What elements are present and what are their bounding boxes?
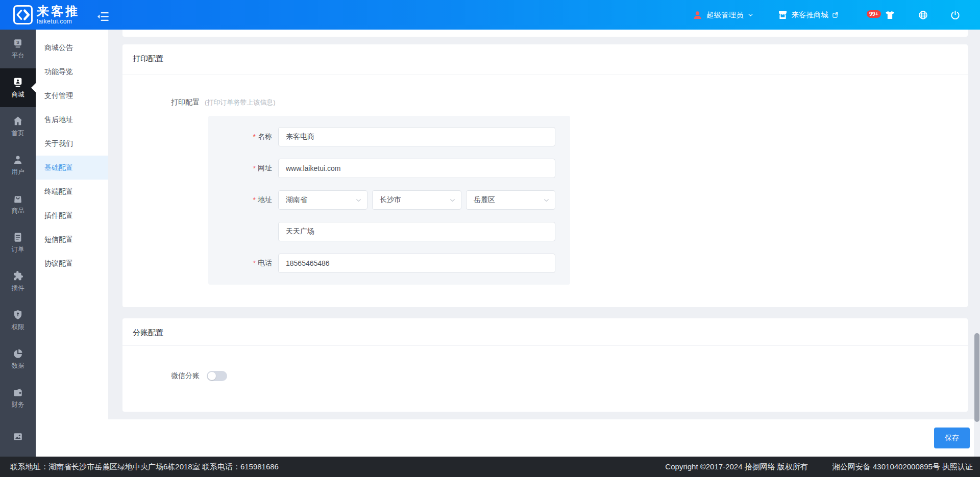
main-content: 打印配置 打印配置 (打印订单将带上该信息) 名称 网址 地址 湖南省 xyxy=(108,30,980,457)
sidebar-item-label: 商品 xyxy=(12,207,24,215)
sidebar-item-label: 平台 xyxy=(12,52,24,60)
form-row-address: 地址 湖南省 长沙市 岳麓区 xyxy=(208,190,570,210)
globe-icon[interactable] xyxy=(918,10,928,20)
user-menu[interactable]: 超级管理员 xyxy=(692,10,754,20)
province-select[interactable]: 湖南省 xyxy=(278,190,368,210)
sidebar-item-home[interactable]: 首页 xyxy=(0,107,36,146)
sidebar-item-platform[interactable]: S平台 xyxy=(0,30,36,68)
district-select[interactable]: 岳麓区 xyxy=(466,190,555,210)
name-input[interactable] xyxy=(278,127,555,146)
sidebar-item-orders[interactable]: 订单 xyxy=(0,223,36,262)
platform-icon: S xyxy=(12,38,23,49)
website-label: 网址 xyxy=(208,164,278,173)
print-group-hint: (打印订单将带上该信息) xyxy=(205,98,276,107)
sidebar-item-label: 订单 xyxy=(12,245,24,254)
print-group-label: 打印配置 xyxy=(171,98,200,107)
sidebar-item-mall[interactable]: 商城 xyxy=(0,68,36,107)
toggle-knob xyxy=(208,372,216,380)
print-card-title: 打印配置 xyxy=(133,54,163,64)
image-icon xyxy=(12,431,23,442)
website-input[interactable] xyxy=(278,159,555,178)
form-row-address-detail xyxy=(208,222,570,241)
order-icon xyxy=(12,232,23,243)
power-icon[interactable] xyxy=(950,10,961,20)
wechat-split-toggle[interactable] xyxy=(207,371,227,381)
avatar-icon xyxy=(692,10,703,20)
notification-badge: 99+ xyxy=(867,10,881,18)
secondary-sidebar: 商城公告功能导览支付管理售后地址关于我们基础配置终端配置插件配置短信配置协议配置 xyxy=(36,30,108,457)
menu-item-1[interactable]: 功能导览 xyxy=(36,60,108,84)
header-actions: 超级管理员 来客推商城 99+ xyxy=(692,0,961,30)
sidebar-item-label: 商城 xyxy=(12,90,24,99)
district-value: 岳麓区 xyxy=(474,195,495,205)
previous-card-edge xyxy=(122,30,968,37)
sidebar-item-label: 数据 xyxy=(12,362,24,370)
sidebar-item-goods[interactable]: 商品 xyxy=(0,185,36,223)
footer-contact: 联系地址：湖南省长沙市岳麓区绿地中央广场6栋2018室 联系电话：6159816… xyxy=(10,462,279,472)
top-header: 来客推 laiketui.com 超级管理员 来客推商城 99+ xyxy=(0,0,980,30)
user-name: 超级管理员 xyxy=(706,10,744,20)
primary-sidebar: S平台商城首页用户商品订单插件权限数据财务 xyxy=(0,30,36,457)
city-value: 长沙市 xyxy=(380,195,401,205)
menu-item-8[interactable]: 短信配置 xyxy=(36,228,108,252)
sidebar-item-data[interactable]: 数据 xyxy=(0,340,36,379)
province-value: 湖南省 xyxy=(286,195,307,205)
data-icon xyxy=(12,348,23,359)
phone-input[interactable] xyxy=(278,254,555,273)
auth-icon xyxy=(12,309,23,320)
home-icon xyxy=(12,115,23,127)
menu-item-0[interactable]: 商城公告 xyxy=(36,36,108,60)
form-row-name: 名称 xyxy=(208,127,570,146)
logo-icon xyxy=(13,5,33,25)
sidebar-item-media[interactable] xyxy=(0,417,36,456)
footer-security: 湘公网安备 43010402000895号 执照认证 xyxy=(832,462,973,472)
print-config-card: 打印配置 打印配置 (打印订单将带上该信息) 名称 网址 地址 湖南省 xyxy=(122,44,968,307)
menu-collapse-icon[interactable] xyxy=(96,10,110,20)
sidebar-item-label: 插件 xyxy=(12,284,24,293)
sidebar-item-plugins[interactable]: 插件 xyxy=(0,262,36,301)
print-form-panel: 名称 网址 地址 湖南省 长沙市 岳麓区 xyxy=(208,116,570,285)
address-detail-input[interactable] xyxy=(278,222,555,241)
form-row-website: 网址 xyxy=(208,159,570,178)
divider xyxy=(122,74,968,74)
divider xyxy=(122,345,968,346)
page-footer: 联系地址：湖南省长沙市岳麓区绿地中央广场6栋2018室 联系电话：6159816… xyxy=(0,457,980,477)
chevron-down-icon xyxy=(747,12,754,18)
sidebar-item-finance[interactable]: 财务 xyxy=(0,379,36,417)
address-label: 地址 xyxy=(208,195,278,205)
mall-icon xyxy=(12,77,23,88)
menu-item-4[interactable]: 关于我们 xyxy=(36,132,108,156)
sidebar-item-label: 财务 xyxy=(12,400,24,409)
menu-item-2[interactable]: 支付管理 xyxy=(36,84,108,108)
chevron-down-icon xyxy=(355,196,362,204)
split-account-card: 分账配置 微信分账 xyxy=(122,318,968,412)
user-icon xyxy=(12,154,23,165)
shop-link[interactable]: 来客推商城 xyxy=(777,10,839,20)
plugin-icon xyxy=(12,270,23,282)
menu-item-7[interactable]: 插件配置 xyxy=(36,204,108,228)
form-row-phone: 电话 xyxy=(208,254,570,273)
menu-item-6[interactable]: 终端配置 xyxy=(36,180,108,204)
menu-item-5[interactable]: 基础配置 xyxy=(36,156,108,180)
name-label: 名称 xyxy=(208,132,278,141)
chevron-down-icon xyxy=(449,196,456,204)
shirt-icon[interactable] xyxy=(885,10,895,20)
sidebar-item-permissions[interactable]: 权限 xyxy=(0,301,36,340)
save-button[interactable]: 保存 xyxy=(934,428,970,448)
sidebar-item-label: 首页 xyxy=(12,129,24,138)
menu-item-9[interactable]: 协议配置 xyxy=(36,252,108,275)
city-select[interactable]: 长沙市 xyxy=(372,190,461,210)
phone-label: 电话 xyxy=(208,259,278,268)
menu-item-3[interactable]: 售后地址 xyxy=(36,108,108,132)
chevron-down-icon xyxy=(543,196,550,204)
external-link-icon xyxy=(832,12,839,18)
store-icon xyxy=(777,10,788,20)
vertical-scrollbar-thumb[interactable] xyxy=(974,333,979,422)
split-card-title: 分账配置 xyxy=(133,328,163,338)
app-logo[interactable]: 来客推 laiketui.com xyxy=(0,5,80,25)
sidebar-item-users[interactable]: 用户 xyxy=(0,146,36,185)
wechat-split-label: 微信分账 xyxy=(171,371,200,381)
sidebar-item-label: 权限 xyxy=(12,323,24,332)
finance-icon xyxy=(12,387,23,398)
app-subtitle: laiketui.com xyxy=(37,18,80,25)
